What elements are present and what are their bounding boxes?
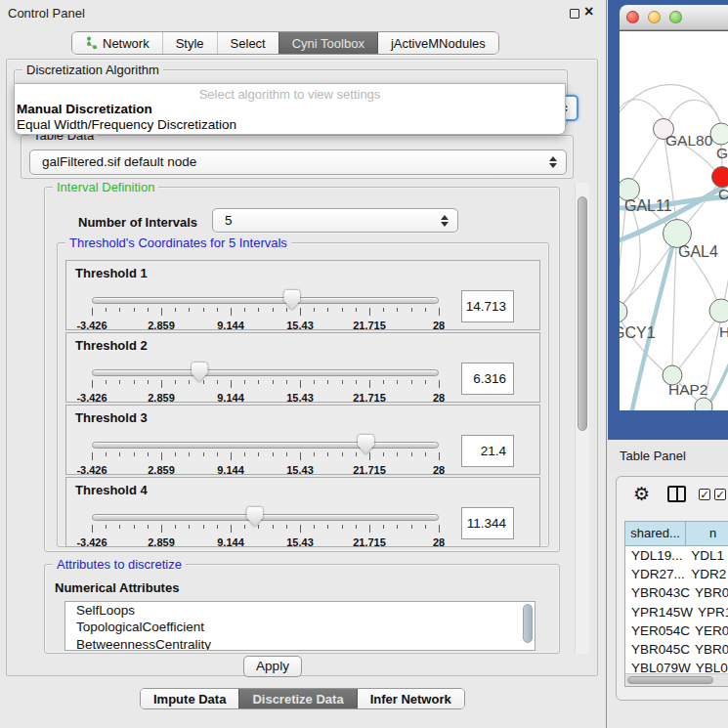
network-edge[interactable] <box>668 100 720 123</box>
tab-select[interactable]: Select <box>217 32 278 54</box>
table-data-combobox[interactable]: galFiltered.sif default node <box>29 150 567 175</box>
slider-thumb[interactable] <box>283 290 300 310</box>
tab-impute-data[interactable]: Impute Data <box>141 689 238 708</box>
table-row[interactable]: YDL19...YDL1 <box>625 546 728 565</box>
slider-track[interactable] <box>92 369 439 376</box>
network-node-c[interactable] <box>712 167 728 188</box>
close-icon[interactable]: × <box>584 3 593 21</box>
numerical-attributes-list[interactable]: SelfLoopsTopologicalCoefficientBetweenne… <box>64 601 535 651</box>
combo-value: 5 <box>225 209 233 233</box>
slider-track[interactable] <box>92 442 439 449</box>
threshold-slider[interactable]: -3.4262.8599.14415.4321.71528 <box>92 439 439 476</box>
tick-mark <box>148 380 149 384</box>
number-of-intervals-combobox[interactable]: 5 <box>212 208 458 233</box>
threshold-value-field[interactable]: 11.344 <box>461 507 514 539</box>
tab-discretize-data[interactable]: Discretize Data <box>238 689 356 708</box>
number-of-intervals-label: Number of Intervals <box>78 215 197 230</box>
tick-mark <box>383 380 384 384</box>
cell-name[interactable]: YPR1 <box>693 603 728 621</box>
slider-track[interactable] <box>92 297 439 304</box>
table-panel: ⚙ ✓ ✓ shared... n YDL19...YDL1YDR27...YD… <box>616 476 728 701</box>
tab-infer-network[interactable]: Infer Network <box>357 689 464 708</box>
threshold-slider[interactable]: -3.4262.8599.14415.4321.71528 <box>92 511 439 548</box>
gear-icon[interactable]: ⚙ <box>633 483 650 504</box>
cell-shared-name[interactable]: YPR145W <box>625 603 693 621</box>
tab-style[interactable]: Style <box>162 32 217 54</box>
cell-name[interactable]: YDL1 <box>686 546 728 565</box>
tick-mark <box>148 525 149 529</box>
checkbox-icon-1[interactable]: ✓ <box>699 489 710 500</box>
network-edge[interactable] <box>620 200 626 302</box>
attribute-list-item[interactable]: SelfLoops <box>65 602 535 619</box>
cell-name[interactable]: YDR2 <box>686 565 728 583</box>
minimize-traffic-light[interactable] <box>648 11 661 23</box>
tab-label: Impute Data <box>153 692 226 707</box>
network-node-unnamed[interactable] <box>695 398 712 410</box>
apply-button[interactable]: Apply <box>243 656 302 677</box>
node-label-ga: GA <box>716 145 728 161</box>
checkbox-icon-2[interactable]: ✓ <box>714 489 726 500</box>
threshold-value-field[interactable]: 6.316 <box>461 363 514 395</box>
tick-label: 21.715 <box>353 320 386 331</box>
slider-thumb[interactable] <box>358 435 374 454</box>
slider-thumb[interactable] <box>192 363 208 382</box>
cell-shared-name[interactable]: YDR27... <box>625 565 686 583</box>
tick-mark <box>175 380 176 384</box>
table-row[interactable]: YBR045CYBR0 <box>625 640 728 659</box>
tick-label: 2.859 <box>148 320 175 331</box>
tick-mark <box>342 308 343 312</box>
tick-mark <box>106 308 107 312</box>
table-row[interactable]: YDR27...YDR2 <box>625 565 728 583</box>
network-window-titlebar[interactable] <box>620 5 728 30</box>
network-node-ga[interactable] <box>710 123 728 145</box>
network-node-h[interactable] <box>709 299 728 322</box>
scrollbar-thumb[interactable] <box>627 676 713 684</box>
tick-label: 28 <box>433 464 445 476</box>
network-edge[interactable] <box>679 321 715 368</box>
column-header-shared-name[interactable]: shared... <box>625 522 686 546</box>
cell-name[interactable]: YBR0 <box>690 583 728 602</box>
dropdown-placeholder: Select algorithm to view settings <box>15 84 565 102</box>
tick-mark <box>175 525 176 529</box>
threshold-value-field[interactable]: 21.4 <box>461 435 514 467</box>
column-header-name[interactable]: n <box>686 522 728 546</box>
attribute-list-item[interactable]: TopologicalCoefficient <box>65 619 535 635</box>
tick-mark <box>92 525 93 533</box>
tick-label: 28 <box>433 536 445 548</box>
slider-thumb[interactable] <box>246 507 263 527</box>
tick-mark <box>217 308 218 312</box>
dropdown-item-equal-width-frequency[interactable]: Equal Width/Frequency Discretization <box>15 117 565 133</box>
table-row[interactable]: YBR043CYBR0 <box>625 583 728 602</box>
threshold-slider[interactable]: -3.4262.8599.14415.4321.71528 <box>92 294 439 331</box>
dropdown-item-manual-discretization[interactable]: Manual Discretization <box>15 102 565 117</box>
zoom-traffic-light[interactable] <box>669 11 682 23</box>
horizontal-scrollbar[interactable] <box>625 673 728 686</box>
table-row[interactable]: YPR145WYPR1 <box>625 603 728 621</box>
attribute-list-item[interactable]: BetweennessCentrality <box>65 636 535 651</box>
slider-track[interactable] <box>92 514 439 521</box>
cell-shared-name[interactable]: YBR045C <box>625 640 690 659</box>
tab-cyni-toolbox[interactable]: Cyni Toolbox <box>278 32 377 54</box>
cell-shared-name[interactable]: YER054C <box>625 621 690 640</box>
threshold-value-field[interactable]: 14.713 <box>461 290 514 322</box>
scrollbar-thumb[interactable] <box>578 196 587 431</box>
cell-shared-name[interactable]: YDL19... <box>625 546 686 565</box>
network-edge[interactable] <box>632 138 659 180</box>
network-node-gcy1[interactable] <box>620 301 627 322</box>
list-scrollbar[interactable] <box>523 604 533 643</box>
cell-name[interactable]: YER0 <box>690 621 728 640</box>
network-view-canvas[interactable]: GAL80GACGAL11GAL4GCY1HHAP2 <box>620 31 728 410</box>
tab-network[interactable]: Network <box>72 32 162 54</box>
close-traffic-light[interactable] <box>626 11 639 23</box>
tick-label: -3.426 <box>76 320 107 331</box>
threshold-slider[interactable]: -3.4262.8599.14415.4321.71528 <box>92 366 439 404</box>
restore-icon[interactable] <box>570 9 579 19</box>
vertical-scrollbar[interactable] <box>575 183 589 654</box>
network-edge[interactable] <box>672 247 676 365</box>
cell-shared-name[interactable]: YBR043C <box>625 583 690 602</box>
table-row[interactable]: YER054CYER0 <box>625 621 728 640</box>
cell-name[interactable]: YBR0 <box>690 640 728 659</box>
tick-mark <box>134 452 135 456</box>
tab-jactivemnodules[interactable]: jActiveMNodules <box>377 32 498 54</box>
split-columns-icon[interactable] <box>667 486 686 502</box>
